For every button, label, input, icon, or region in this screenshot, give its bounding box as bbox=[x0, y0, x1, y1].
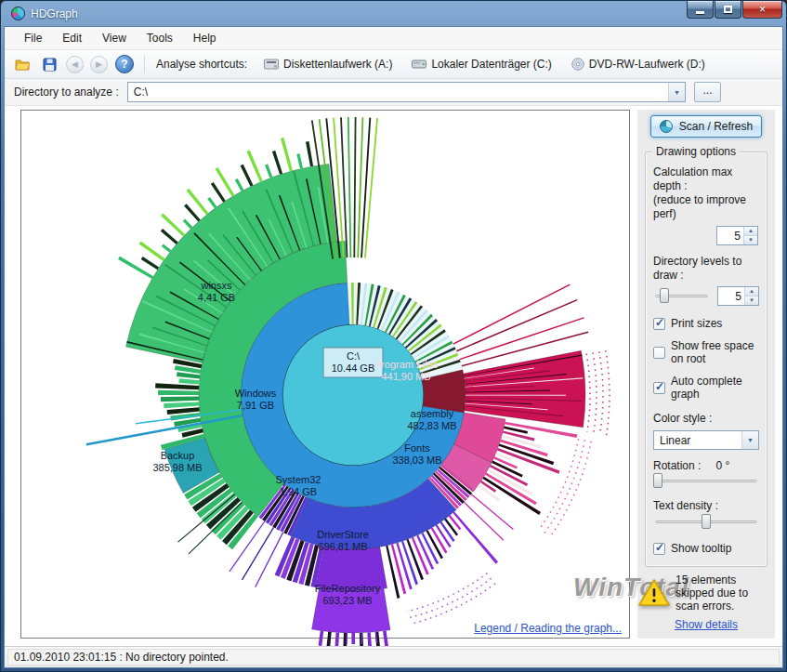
spin-down-icon[interactable]: ▼ bbox=[745, 296, 758, 305]
save-button[interactable] bbox=[37, 53, 61, 75]
rotation-row: Rotation : 0 ° bbox=[653, 459, 759, 472]
levels-spinner[interactable]: 5 ▲ ▼ bbox=[717, 286, 759, 306]
directory-combobox[interactable]: C:\ ▼ bbox=[127, 82, 686, 102]
menubar: File Edit View Tools Help bbox=[5, 27, 782, 50]
spin-up-icon[interactable]: ▲ bbox=[745, 287, 758, 296]
svg-text:FileRepository693,23 MB: FileRepository693,23 MB bbox=[315, 583, 381, 606]
warning-icon bbox=[637, 578, 671, 608]
show-details-link[interactable]: Show details bbox=[675, 618, 738, 631]
menu-view[interactable]: View bbox=[92, 28, 137, 48]
levels-value: 5 bbox=[718, 287, 744, 305]
back-icon: ◀ bbox=[72, 59, 78, 69]
print-sizes-label: Print sizes bbox=[671, 317, 722, 330]
color-style-label: Color style : bbox=[653, 412, 759, 426]
checkbox-icon: ✓ bbox=[653, 543, 665, 555]
directory-label: Directory to analyze : bbox=[14, 86, 119, 99]
svg-text:Program Files441,90 MB: Program Files441,90 MB bbox=[374, 359, 439, 382]
text-density-slider-thumb[interactable] bbox=[702, 514, 711, 529]
help-button[interactable]: ? bbox=[115, 55, 134, 73]
open-button[interactable] bbox=[10, 53, 34, 75]
svg-text:Windows7,91 GB: Windows7,91 GB bbox=[235, 388, 277, 411]
scan-icon bbox=[660, 120, 673, 133]
hard-drive-icon bbox=[412, 59, 426, 70]
svg-text:winsxs4,41 GB: winsxs4,41 GB bbox=[198, 280, 235, 303]
text-density-label: Text density : bbox=[653, 499, 759, 513]
drawing-options-title: Drawing options bbox=[652, 145, 740, 158]
browse-button[interactable]: ... bbox=[694, 82, 721, 102]
legend-link[interactable]: Legend / Reading the graph... bbox=[472, 622, 623, 635]
chevron-down-icon[interactable]: ▼ bbox=[741, 431, 758, 449]
dvd-drive-icon bbox=[571, 58, 584, 71]
checkbox-show-free-space[interactable]: ✓ Show free space on root bbox=[653, 339, 759, 365]
menu-tools[interactable]: Tools bbox=[137, 28, 183, 48]
window-title: HDGraph bbox=[31, 7, 78, 20]
close-button[interactable]: × bbox=[742, 1, 782, 19]
color-style-value: Linear bbox=[654, 431, 741, 449]
drive-c-label: Lokaler Datenträger (C:) bbox=[431, 58, 551, 71]
status-inset: 01.09.2010 23:01:15 : No directory point… bbox=[7, 649, 780, 665]
toolbar: ◀ ▶ ? Analyse shortcuts: Diskettenlaufwe… bbox=[5, 50, 782, 79]
back-button[interactable]: ◀ bbox=[66, 56, 84, 73]
folder-open-icon bbox=[15, 58, 31, 71]
sunburst-chart[interactable]: C:\10.44 GBWindows7,91 GBwinsxs4,41 GBPr… bbox=[21, 111, 629, 646]
levels-slider[interactable] bbox=[653, 287, 710, 305]
scan-warning: 15 elements skipped due to scan errors. bbox=[637, 573, 770, 613]
menu-help[interactable]: Help bbox=[183, 28, 227, 48]
scan-refresh-button[interactable]: Scan / Refresh bbox=[650, 115, 762, 138]
drawing-options-group: Drawing options Calculation max depth : … bbox=[645, 152, 767, 567]
statusbar: 01.09.2010 23:01:15 : No directory point… bbox=[5, 646, 782, 667]
warning-text: 15 elements skipped due to scan errors. bbox=[676, 573, 770, 613]
maximize-button[interactable] bbox=[715, 1, 741, 19]
status-text: 01.09.2010 23:01:15 : No directory point… bbox=[14, 651, 229, 664]
auto-complete-label: Auto complete graph bbox=[671, 375, 759, 401]
toolbar-separator bbox=[144, 55, 145, 73]
floppy-drive-icon bbox=[264, 59, 279, 70]
drive-shortcut-c[interactable]: Lokaler Datenträger (C:) bbox=[403, 54, 559, 74]
minimize-icon bbox=[696, 11, 704, 14]
spin-up-icon[interactable]: ▲ bbox=[744, 227, 757, 236]
chevron-down-icon[interactable]: ▼ bbox=[668, 83, 685, 101]
rotation-label: Rotation : bbox=[653, 459, 701, 472]
checkbox-icon: ✓ bbox=[653, 318, 665, 330]
levels-label: Directory levels to draw : bbox=[653, 255, 759, 283]
rotation-slider-thumb[interactable] bbox=[653, 473, 662, 488]
levels-slider-thumb[interactable] bbox=[660, 288, 669, 303]
analyse-shortcuts-label: Analyse shortcuts: bbox=[156, 58, 247, 71]
help-icon: ? bbox=[121, 58, 127, 71]
menu-file[interactable]: File bbox=[14, 28, 52, 48]
text-density-slider[interactable] bbox=[653, 513, 759, 531]
checkbox-print-sizes[interactable]: ✓ Print sizes bbox=[653, 317, 759, 330]
calc-depth-label-2: (reduce to improve perf) bbox=[653, 193, 759, 221]
checkbox-show-tooltip[interactable]: ✓ Show tooltip bbox=[653, 542, 759, 555]
forward-icon: ▶ bbox=[96, 59, 102, 69]
drive-shortcut-a[interactable]: Diskettenlaufwerk (A:) bbox=[256, 54, 400, 74]
minimize-button[interactable] bbox=[687, 1, 714, 19]
drive-shortcut-d[interactable]: DVD-RW-Laufwerk (D:) bbox=[563, 54, 714, 74]
checkbox-auto-complete[interactable]: ✓ Auto complete graph bbox=[653, 375, 759, 401]
directory-value: C:\ bbox=[128, 83, 668, 101]
rotation-slider[interactable] bbox=[653, 472, 759, 490]
svg-text:assembly482,83 MB: assembly482,83 MB bbox=[407, 408, 456, 431]
app-icon bbox=[11, 7, 25, 20]
main-area: C:\10.44 GBWindows7,91 GBwinsxs4,41 GBPr… bbox=[5, 106, 782, 646]
close-icon: × bbox=[759, 4, 766, 15]
options-panel: Scan / Refresh Drawing options Calculati… bbox=[637, 110, 775, 639]
show-free-space-label: Show free space on root bbox=[671, 339, 759, 365]
checkbox-icon: ✓ bbox=[653, 382, 665, 394]
menu-edit[interactable]: Edit bbox=[52, 28, 92, 48]
calc-depth-label-1: Calculation max depth : bbox=[653, 165, 759, 193]
color-style-select[interactable]: Linear ▼ bbox=[653, 430, 759, 450]
directory-bar: Directory to analyze : C:\ ▼ ... bbox=[5, 79, 782, 106]
spin-down-icon[interactable]: ▼ bbox=[744, 236, 757, 244]
save-icon bbox=[43, 58, 57, 72]
titlebar[interactable]: HDGraph × bbox=[4, 1, 783, 26]
slider-track bbox=[655, 480, 757, 482]
svg-text:System321,94 GB: System321,94 GB bbox=[276, 474, 321, 497]
svg-text:DriverStore696,81 MB: DriverStore696,81 MB bbox=[317, 529, 369, 552]
scan-refresh-label: Scan / Refresh bbox=[679, 120, 753, 133]
calc-depth-spinner[interactable]: 5 ▲ ▼ bbox=[716, 226, 758, 245]
forward-button[interactable]: ▶ bbox=[90, 56, 108, 73]
app-window: HDGraph × File Edit View Tools Help bbox=[0, 0, 787, 672]
calc-depth-value: 5 bbox=[717, 227, 743, 244]
rotation-value: 0 ° bbox=[715, 459, 729, 472]
